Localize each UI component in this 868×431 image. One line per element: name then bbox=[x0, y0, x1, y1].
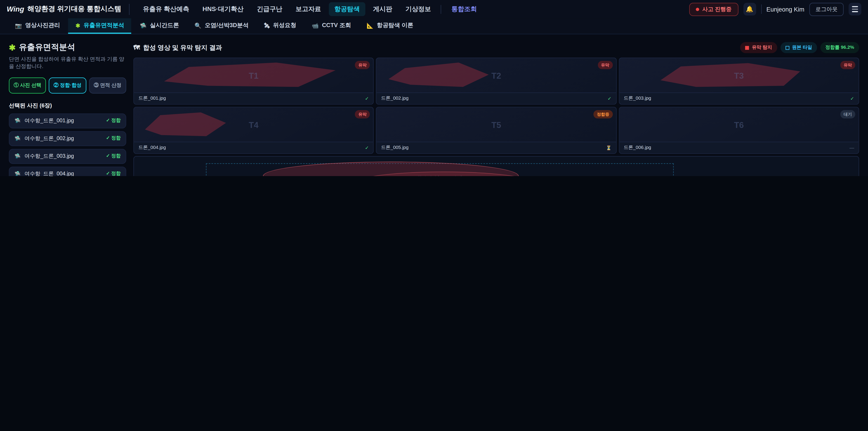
tile-badge-oil: 유막 bbox=[598, 61, 613, 69]
tile-image: T4 유막 bbox=[134, 107, 373, 142]
tile-id-label: T5 bbox=[377, 107, 616, 142]
tile-id-label: T4 bbox=[134, 107, 373, 142]
tile-grid: T1 유막 드론_001.jpg ✓ T2 유막 bbox=[133, 58, 859, 154]
tile-t1[interactable]: T1 유막 드론_001.jpg ✓ bbox=[133, 58, 374, 105]
tile-image: T1 유막 bbox=[134, 58, 373, 92]
app-logo: Wing 해양환경 위기대응 통합시스템 bbox=[6, 4, 121, 14]
photo-list-item[interactable]: 🛸 여수항_드론_002.jpg ✓ 정합 bbox=[9, 131, 126, 146]
filled-square-icon bbox=[745, 45, 749, 50]
photo-list-item[interactable]: 🛸 여수항_드론_004.jpg ✓ 정합 bbox=[9, 166, 126, 176]
incident-status-label: 사고 진행중 bbox=[702, 5, 732, 13]
tile-t6[interactable]: T6 대기 드론_006.jpg — bbox=[619, 107, 859, 154]
tile-t3[interactable]: T3 유막 드론_003.jpg ✓ bbox=[619, 58, 859, 105]
tab-realtime-drone[interactable]: 🛸 실시간드론 bbox=[132, 18, 186, 34]
outline-square-icon bbox=[785, 45, 789, 50]
check-icon: ✓ bbox=[365, 96, 369, 101]
drone-icon: 🛸 bbox=[140, 22, 147, 29]
puzzle-icon: ✱ bbox=[9, 43, 16, 52]
main-title: 🗺 합성 영상 및 유막 탐지 결과 bbox=[133, 43, 222, 52]
magnifier-icon: 🔍 bbox=[194, 22, 202, 29]
tile-badge-oil: 유막 bbox=[355, 110, 370, 118]
legend-original-tile[interactable]: 원본 타일 bbox=[780, 42, 817, 53]
camera-icon: 📷 bbox=[15, 22, 22, 29]
composite-grid-label: 합성 영역 (3×2 그리드) bbox=[206, 175, 674, 176]
tile-id-label: T1 bbox=[134, 58, 373, 92]
photo-status-badge: ✓ 정합 bbox=[106, 153, 121, 159]
sub-tabbar: 📷 영상사진관리 ✱ 유출유면적분석 🛸 실시간드론 🔍 오염/선박3D분석 🛰… bbox=[0, 18, 868, 34]
nav-item-integrated-search[interactable]: 통합조회 bbox=[446, 2, 483, 16]
photo-list-item[interactable]: 🛸 여수항_드론_003.jpg ✓ 정합 bbox=[9, 149, 126, 164]
nav-item-board[interactable]: 게시판 bbox=[368, 2, 398, 16]
tab-cctv[interactable]: 📹 CCTV 조회 bbox=[305, 18, 358, 34]
bell-icon: 🔔 bbox=[746, 5, 753, 13]
app-title: 해양환경 위기대응 통합시스템 bbox=[28, 4, 121, 14]
tile-footer: 드론_005.jpg ⏳ bbox=[377, 142, 616, 153]
sidebar-title: ✱ 유출유면적분석 bbox=[9, 42, 126, 53]
step-buttons: ① 사진 선택 ② 정합·합성 ③ 면적 산정 bbox=[9, 77, 126, 93]
accuracy-badge: 정합률 96.2% bbox=[820, 42, 859, 53]
photo-status-badge: ✓ 정합 bbox=[106, 117, 121, 124]
satellite-icon: 🛰 bbox=[264, 22, 270, 29]
tile-footer: 드론_004.jpg ✓ bbox=[134, 142, 373, 153]
photo-status-badge: ✓ 정합 bbox=[106, 171, 121, 176]
hamburger-icon bbox=[852, 6, 858, 7]
tab-aerial-theory[interactable]: 📐 항공탐색 이론 bbox=[360, 18, 421, 34]
photo-status-badge: ✓ 정합 bbox=[106, 135, 121, 142]
logo-wordmark: Wing bbox=[6, 5, 24, 13]
nav-item-hns-diffusion[interactable]: HNS·대기확산 bbox=[197, 2, 249, 16]
step-area-calc-button[interactable]: ③ 면적 산정 bbox=[89, 77, 126, 93]
navbar-divider bbox=[761, 4, 761, 14]
tab-oil-area-analysis[interactable]: ✱ 유출유면적분석 bbox=[68, 18, 131, 34]
tile-footer: 드론_001.jpg ✓ bbox=[134, 92, 373, 104]
check-icon: ✓ bbox=[850, 96, 854, 101]
nav-item-weather[interactable]: 기상정보 bbox=[400, 2, 436, 16]
nav-item-aerial-search[interactable]: 항공탐색 bbox=[329, 2, 366, 16]
tile-id-label: T3 bbox=[619, 58, 859, 92]
tile-t5[interactable]: T5 정합중 드론_005.jpg ⏳ bbox=[376, 107, 617, 154]
tab-pollution-ship-3d[interactable]: 🔍 오염/선박3D분석 bbox=[187, 18, 256, 34]
selected-photos-header: 선택된 사진 (6장) bbox=[9, 102, 126, 110]
tile-t2[interactable]: T2 유막 드론_002.jpg ✓ bbox=[376, 58, 617, 105]
tile-id-label: T6 bbox=[619, 107, 859, 142]
photo-list-item[interactable]: 🛸 여수항_드론_001.jpg ✓ 정합 bbox=[9, 113, 126, 128]
check-icon: ✓ bbox=[365, 145, 369, 151]
drone-icon: 🛸 bbox=[14, 118, 21, 123]
notifications-button[interactable]: 🔔 bbox=[743, 3, 756, 16]
tab-photo-management[interactable]: 📷 영상사진관리 bbox=[8, 18, 67, 34]
nav-divider bbox=[441, 5, 441, 13]
top-navbar: Wing 해양환경 위기대응 통합시스템 유출유 확산예측 HNS·대기확산 긴… bbox=[0, 0, 868, 18]
step-photo-select-button[interactable]: ① 사진 선택 bbox=[9, 77, 46, 93]
incident-dot-icon bbox=[696, 7, 699, 11]
dash-icon: — bbox=[849, 145, 854, 151]
check-icon: ✓ bbox=[608, 96, 612, 101]
drone-icon: 🛸 bbox=[14, 171, 21, 176]
nav-item-reports[interactable]: 보고자료 bbox=[290, 2, 327, 16]
drone-icon: 🛸 bbox=[14, 135, 21, 141]
tile-badge-oil: 유막 bbox=[355, 61, 370, 69]
nav-item-emergency-rescue[interactable]: 긴급구난 bbox=[251, 2, 288, 16]
puzzle-icon: ✱ bbox=[75, 22, 80, 29]
incident-status-badge: 사고 진행중 bbox=[689, 2, 738, 16]
tab-satellite-request[interactable]: 🛰 위성요청 bbox=[257, 18, 304, 34]
nav-item-spill-prediction[interactable]: 유출유 확산예측 bbox=[137, 2, 195, 16]
main-panel: 🗺 합성 영상 및 유막 탐지 결과 유막 탐지 원본 타일 정합률 96.2% bbox=[133, 40, 859, 176]
map-icon: 🗺 bbox=[133, 44, 140, 51]
tile-image: T2 유막 bbox=[377, 58, 616, 92]
legend-badges: 유막 탐지 원본 타일 정합률 96.2% bbox=[740, 42, 859, 53]
main-header: 🗺 합성 영상 및 유막 탐지 결과 유막 탐지 원본 타일 정합률 96.2% bbox=[133, 42, 859, 53]
drone-icon: 🛸 bbox=[14, 153, 21, 159]
video-camera-icon: 📹 bbox=[312, 22, 319, 29]
tile-footer: 드론_002.jpg ✓ bbox=[377, 92, 616, 104]
analysis-sidebar: ✱ 유출유면적분석 단면 사진을 합성하여 유출유 확산 면적과 기름 양을 산… bbox=[9, 40, 126, 176]
hamburger-menu-button[interactable] bbox=[848, 3, 861, 16]
step-align-compose-button[interactable]: ② 정합·합성 bbox=[49, 77, 86, 93]
user-name: Eunjeong Kim bbox=[767, 6, 804, 12]
logout-button[interactable]: 로그아웃 bbox=[809, 2, 844, 16]
tile-t4[interactable]: T4 유막 드론_004.jpg ✓ bbox=[133, 107, 374, 154]
legend-oil-detect[interactable]: 유막 탐지 bbox=[740, 42, 777, 53]
tile-image: T5 정합중 bbox=[377, 107, 616, 142]
tile-badge-progress: 정합중 bbox=[594, 110, 613, 118]
hourglass-icon: ⏳ bbox=[606, 145, 612, 150]
tile-badge-oil: 유막 bbox=[840, 61, 855, 69]
ruler-icon: 📐 bbox=[367, 22, 374, 29]
